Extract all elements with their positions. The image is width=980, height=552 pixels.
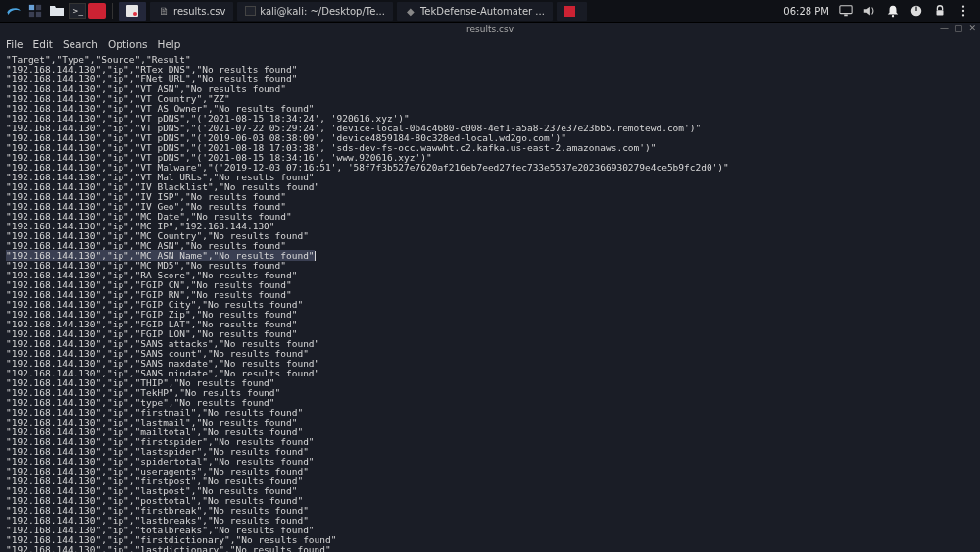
taskbar: >_ 🗎 results.csv kali@kali: ~/Desktop/Te…	[0, 0, 980, 23]
svg-point-12	[962, 14, 964, 16]
terminal-launcher-icon[interactable]: >_	[69, 3, 86, 19]
power-icon[interactable]	[909, 4, 923, 18]
task-label: kali@kali: ~/Desktop/Te...	[260, 6, 385, 17]
menu-file[interactable]: File	[6, 38, 24, 50]
task-item-tekdefense[interactable]: ◆ TekDefense-Automater ...	[397, 2, 553, 21]
terminal-icon	[245, 6, 256, 16]
task-item-editor[interactable]	[119, 2, 146, 21]
svg-rect-5	[844, 15, 848, 17]
lock-icon[interactable]	[933, 4, 947, 18]
taskbar-divider	[112, 3, 113, 19]
red-app-icon	[564, 6, 575, 17]
menu-icon[interactable]	[956, 4, 970, 18]
svg-rect-2	[29, 12, 34, 17]
notification-icon[interactable]	[886, 4, 900, 18]
window-title: results.csv	[466, 25, 514, 34]
display-icon[interactable]	[839, 4, 853, 18]
svg-point-11	[962, 10, 964, 12]
svg-rect-0	[29, 5, 34, 10]
taskbar-left: >_ 🗎 results.csv kali@kali: ~/Desktop/Te…	[4, 1, 589, 21]
task-item-terminal[interactable]: kali@kali: ~/Desktop/Te...	[237, 2, 393, 21]
clock[interactable]: 06:28 PM	[783, 6, 829, 17]
system-tray: 06:28 PM	[783, 4, 976, 18]
menu-options[interactable]: Options	[108, 38, 148, 50]
window-title-bar: results.csv — ▢ ✕	[0, 23, 980, 35]
package-icon: ◆	[405, 5, 416, 17]
workspace-icon[interactable]	[25, 1, 45, 21]
menu-help[interactable]: Help	[158, 38, 181, 50]
svg-point-10	[962, 5, 964, 7]
svg-rect-9	[937, 10, 944, 15]
svg-rect-4	[840, 6, 852, 14]
svg-point-6	[892, 15, 894, 17]
task-label: TekDefense-Automater ...	[420, 6, 545, 17]
document-icon	[126, 5, 138, 17]
task-item-red[interactable]	[557, 2, 587, 21]
csv-row: "192.168.144.130","ip","lastdictionary",…	[6, 545, 974, 552]
menubar: File Edit Search Options Help	[0, 35, 980, 53]
window-controls: — ▢ ✕	[940, 24, 976, 33]
task-item-results[interactable]: 🗎 results.csv	[150, 2, 233, 21]
menu-search[interactable]: Search	[63, 38, 98, 50]
svg-rect-1	[36, 5, 41, 10]
close-button[interactable]: ✕	[968, 24, 976, 33]
minimize-button[interactable]: —	[940, 24, 949, 33]
volume-icon[interactable]	[862, 4, 876, 18]
menu-edit[interactable]: Edit	[33, 38, 53, 50]
file-content[interactable]: "Target","Type","Source","Result""192.16…	[0, 53, 980, 552]
kali-menu-icon[interactable]	[4, 1, 24, 21]
svg-rect-3	[36, 12, 41, 17]
file-manager-icon[interactable]	[47, 1, 67, 21]
task-label: results.csv	[173, 6, 225, 17]
text-file-icon: 🗎	[158, 5, 170, 17]
maximize-button[interactable]: ▢	[955, 24, 963, 33]
svg-rect-8	[915, 7, 916, 11]
app-launcher-icon[interactable]	[88, 3, 106, 19]
